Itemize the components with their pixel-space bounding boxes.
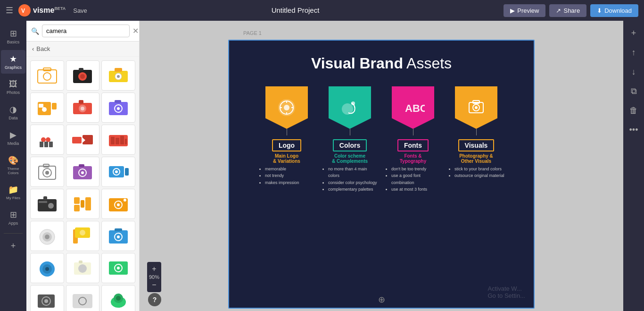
svg-point-26: [46, 137, 50, 142]
icon-sidebar: ⊞ Basics ★ Graphics 🖼 Photos ◑ Data ▶ Me…: [0, 21, 26, 311]
hamburger-icon[interactable]: ☰: [6, 5, 13, 16]
card-visuals[interactable]: Visuals Photography &Other Visuals stick…: [448, 86, 504, 193]
canvas-frame[interactable]: Visual Brand Assets Logo Main Logo& Vari…: [228, 40, 535, 309]
graphic-item[interactable]: [101, 92, 135, 123]
graphic-item[interactable]: [101, 60, 135, 91]
theme-colors-icon: 🎨: [8, 155, 18, 166]
share-button[interactable]: ↗ Share: [549, 4, 586, 17]
graphic-item[interactable]: [101, 157, 135, 187]
graphic-item[interactable]: [101, 221, 135, 251]
sidebar-divider: [4, 233, 23, 234]
duplicate-tool[interactable]: ⧉: [627, 83, 641, 100]
graphic-item[interactable]: [66, 285, 100, 311]
sidebar-item-data[interactable]: ◑ Data: [1, 101, 25, 124]
graphic-item[interactable]: [101, 125, 135, 155]
svg-rect-28: [44, 142, 48, 147]
sidebar-item-media[interactable]: ▶ Media: [1, 126, 25, 150]
graphic-item[interactable]: [30, 189, 64, 219]
graphic-item[interactable]: [66, 92, 100, 123]
graphic-item[interactable]: [30, 285, 64, 311]
svg-text:V: V: [21, 8, 25, 14]
zoom-in-button[interactable]: +: [149, 264, 159, 274]
preview-label: Preview: [517, 7, 539, 14]
card-fonts[interactable]: ABC Fonts Fonts &Typography don't be too…: [385, 86, 441, 193]
more-tool[interactable]: •••: [626, 121, 642, 139]
card-subtitle-colors: Color scheme& Complements: [332, 153, 368, 164]
sidebar-item-photos[interactable]: 🖼 Photos: [1, 76, 25, 99]
svg-rect-27: [40, 142, 43, 147]
card-colors[interactable]: Colors Color scheme& Complements no more…: [322, 86, 378, 193]
svg-point-67: [80, 230, 85, 235]
save-button[interactable]: Save: [73, 7, 87, 14]
graphic-item[interactable]: [30, 253, 64, 283]
svg-point-60: [117, 203, 120, 206]
add-icon: +: [11, 241, 16, 251]
project-title[interactable]: Untitled Project: [272, 6, 320, 14]
graphic-item[interactable]: [66, 189, 100, 219]
move-up-tool[interactable]: ↑: [628, 44, 640, 61]
card-badge-colors: [329, 86, 371, 129]
graphic-item[interactable]: [101, 285, 135, 311]
search-clear-icon[interactable]: ✕: [132, 26, 139, 35]
back-nav[interactable]: ‹ Back: [26, 42, 139, 57]
svg-rect-20: [79, 100, 83, 104]
svg-point-74: [45, 267, 49, 271]
svg-rect-24: [115, 100, 121, 103]
graphic-item[interactable]: [66, 125, 100, 155]
graphic-item[interactable]: [30, 60, 64, 91]
svg-rect-30: [72, 137, 82, 143]
move-down-tool[interactable]: ↓: [628, 63, 640, 81]
svg-point-76: [78, 264, 87, 273]
canvas-area[interactable]: PAGE 1 Visual Brand Assets Logo Main Log…: [140, 21, 623, 311]
graphic-item[interactable]: [66, 157, 100, 187]
graphic-item[interactable]: [66, 221, 100, 251]
graphic-item[interactable]: [30, 157, 64, 187]
card-bullets-logo: memorable not trendy makes impression: [258, 166, 315, 186]
zoom-out-button[interactable]: −: [149, 280, 159, 290]
svg-rect-35: [116, 138, 119, 144]
graphic-item[interactable]: [101, 253, 135, 283]
share-label: Share: [563, 7, 580, 14]
svg-rect-8: [79, 68, 83, 71]
sidebar-item-my-files[interactable]: 📁 My Files: [1, 181, 25, 204]
graphic-item[interactable]: [30, 221, 64, 251]
add-tool[interactable]: +: [627, 25, 640, 42]
card-logo[interactable]: Logo Main Logo& Variations memorable not…: [258, 86, 315, 193]
download-button[interactable]: ⬇ Download: [590, 4, 638, 17]
photos-icon: 🖼: [9, 79, 17, 89]
preview-icon: ▶: [510, 7, 515, 14]
help-label: ?: [153, 296, 157, 303]
graphic-item[interactable]: [30, 125, 64, 155]
card-label-visuals: Visuals: [458, 139, 495, 151]
sidebar-item-basics[interactable]: ⊞ Basics: [1, 25, 25, 48]
svg-point-93: [351, 101, 355, 105]
data-icon: ◑: [9, 104, 17, 115]
svg-point-80: [117, 267, 120, 269]
search-input[interactable]: [42, 25, 130, 37]
topbar-right: ▶ Preview ↗ Share ⬇ Download: [504, 4, 638, 17]
graphic-item[interactable]: [66, 253, 100, 283]
svg-text:ABC: ABC: [405, 102, 425, 114]
svg-point-97: [475, 106, 478, 109]
graphic-item[interactable]: [66, 60, 100, 91]
sidebar-item-apps[interactable]: ⊞ Apps: [1, 206, 25, 229]
svg-point-52: [48, 203, 54, 209]
delete-tool[interactable]: 🗑: [626, 102, 642, 119]
graphic-item[interactable]: [101, 189, 135, 219]
sidebar-item-theme-colors[interactable]: 🎨 Theme Colors: [1, 151, 25, 179]
sidebar-item-add[interactable]: +: [1, 237, 25, 256]
graphics-grid: [26, 57, 139, 311]
sidebar-item-graphics[interactable]: ★ Graphics: [1, 50, 25, 74]
my-files-icon: 📁: [8, 185, 18, 195]
svg-point-7: [80, 74, 85, 79]
card-bullets-visuals: stick to your brand colors outsource ori…: [448, 166, 504, 179]
svg-rect-14: [39, 104, 43, 108]
preview-button[interactable]: ▶ Preview: [504, 4, 545, 17]
svg-point-49: [115, 170, 118, 173]
help-button[interactable]: ?: [148, 293, 161, 306]
svg-rect-47: [125, 168, 129, 176]
graphic-item[interactable]: [30, 92, 64, 123]
apps-icon: ⊞: [10, 210, 17, 220]
svg-rect-54: [74, 197, 80, 204]
topbar-left: ☰ V vismeBETA Save: [6, 4, 87, 17]
